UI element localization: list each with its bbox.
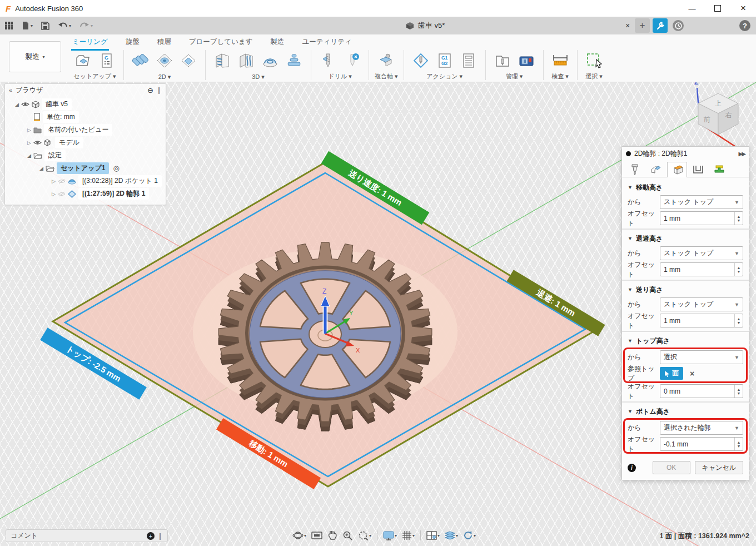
group-setup-label[interactable]: セットアップ ▾ xyxy=(73,72,116,81)
feed-offset-input[interactable]: 1 mm▲▼ xyxy=(660,314,743,327)
section-feed-height-title[interactable]: ▼送り高さ xyxy=(628,283,743,296)
tab-utilities[interactable]: ユーティリティ xyxy=(301,36,353,51)
tab-linking[interactable] xyxy=(709,161,729,177)
machine-library-icon[interactable] xyxy=(515,49,538,72)
expander-collapsed-icon[interactable]: ▷ xyxy=(25,140,33,146)
simulate-icon[interactable] xyxy=(410,49,432,72)
tool-library-icon[interactable] xyxy=(491,49,514,72)
browser-row-2d-pocket[interactable]: ▷ [(3:02:28)] 2D ポケット 1 xyxy=(5,175,166,187)
bottom-offset-input[interactable]: -0.1 mm▲▼ xyxy=(660,437,743,451)
measure-icon[interactable] xyxy=(549,49,571,72)
add-comment-icon[interactable]: + xyxy=(147,532,155,540)
browser-row-settings[interactable]: ◢ 設定 xyxy=(5,149,166,162)
expander-collapsed-icon[interactable]: ▷ xyxy=(49,191,58,197)
clearance-offset-input[interactable]: 1 mm▲▼ xyxy=(660,211,743,225)
help-button[interactable]: ? xyxy=(739,20,750,31)
3d-scallop-icon[interactable] xyxy=(259,49,281,72)
workspace-selector[interactable]: 製造▾ xyxy=(9,41,61,72)
zoom-window-button[interactable]: ▾ xyxy=(357,530,372,542)
top-from-select[interactable]: 選択▼ xyxy=(660,350,743,364)
spinner-arrows[interactable]: ▲▼ xyxy=(734,212,743,225)
reference-face-chip[interactable]: 面 xyxy=(660,367,683,380)
2d-pocket-icon[interactable] xyxy=(153,49,176,72)
3d-adaptive-icon[interactable] xyxy=(211,49,233,72)
tab-passes[interactable] xyxy=(688,161,708,177)
history-clock-button[interactable] xyxy=(673,20,684,31)
bottom-from-select[interactable]: 選択された輪郭▼ xyxy=(660,421,743,435)
info-icon[interactable]: i xyxy=(628,464,636,472)
visibility-eye-icon[interactable] xyxy=(33,140,42,146)
save-button[interactable] xyxy=(41,22,49,30)
dialog-expand-icon[interactable]: ▶▶ xyxy=(739,151,745,157)
group-3d-label[interactable]: 3D ▾ xyxy=(252,73,265,81)
tab-turning[interactable]: 旋盤 xyxy=(125,36,141,51)
3d-spiral-icon[interactable] xyxy=(283,49,305,72)
select-icon[interactable] xyxy=(583,49,605,72)
expander-expanded-icon[interactable]: ◢ xyxy=(37,166,46,171)
app-grid-icon[interactable] xyxy=(4,21,13,30)
multiaxis-icon[interactable] xyxy=(375,49,397,72)
clearance-from-select[interactable]: ストック トップ▼ xyxy=(660,195,743,209)
ok-button[interactable]: OK xyxy=(653,461,690,474)
tab-fabrication[interactable]: 製造 xyxy=(270,36,286,51)
setup-active-target-icon[interactable]: ◎ xyxy=(113,164,119,172)
drill-icon[interactable] xyxy=(317,49,339,72)
document-tab-close[interactable]: × xyxy=(619,17,636,34)
undo-button[interactable]: ▾ xyxy=(58,22,71,29)
browser-row-model[interactable]: ▷ モデル xyxy=(5,136,166,149)
spinner-arrows[interactable]: ▲▼ xyxy=(734,438,743,450)
retract-from-select[interactable]: ストック トップ▼ xyxy=(660,246,743,260)
pan-button[interactable] xyxy=(326,530,339,541)
grid-snaps-button[interactable]: ▾ xyxy=(401,530,416,541)
display-settings-button[interactable]: ▾ xyxy=(382,530,398,541)
group-inspect-label[interactable]: 検査 ▾ xyxy=(551,72,569,81)
post-process-icon[interactable]: G1G2 xyxy=(434,49,456,72)
visibility-eye-icon[interactable] xyxy=(21,101,29,107)
group-manage-label[interactable]: 管理 ▾ xyxy=(506,72,523,81)
spinner-arrows[interactable]: ▲▼ xyxy=(734,263,743,276)
browser-row-setup1[interactable]: ◢ セットアップ1 ◎ xyxy=(5,162,166,175)
viewports-button[interactable]: ▾ xyxy=(425,530,441,540)
redo-button[interactable]: ▾ xyxy=(79,22,93,29)
zoom-button[interactable] xyxy=(341,530,354,542)
comment-resize-handle[interactable]: ❙ xyxy=(157,532,163,540)
feed-from-select[interactable]: ストック トップ▼ xyxy=(660,297,743,311)
browser-minimize-icon[interactable]: ⊖ xyxy=(147,86,153,95)
section-bottom-height-title[interactable]: ▼ボトム高さ xyxy=(628,405,743,418)
tab-additive[interactable]: 積層 xyxy=(156,36,172,51)
new-tab-button[interactable]: + xyxy=(635,18,650,33)
tab-tool[interactable] xyxy=(625,161,645,177)
expander-expanded-icon[interactable]: ◢ xyxy=(13,102,21,107)
visibility-eye-off-icon[interactable] xyxy=(58,178,66,184)
spinner-arrows[interactable]: ▲▼ xyxy=(734,385,743,398)
browser-row-2d-contour[interactable]: ▷ [(1:27:59)] 2D 輪郭 1 xyxy=(5,187,166,200)
new-setup-icon[interactable] xyxy=(72,49,94,72)
tab-probing[interactable]: プローブしています xyxy=(188,36,254,51)
visual-layers-button[interactable]: ▾ xyxy=(444,530,459,540)
group-select-label[interactable]: 選択 ▾ xyxy=(585,72,603,81)
3d-pocket-icon[interactable] xyxy=(235,49,257,72)
tab-milling[interactable]: ミーリング xyxy=(71,36,109,51)
top-offset-input[interactable]: 0 mm▲▼ xyxy=(660,384,743,398)
visibility-eye-off-icon[interactable] xyxy=(58,191,66,197)
section-retract-height-title[interactable]: ▼退避高さ xyxy=(628,232,743,245)
group-drill-label[interactable]: ドリル ▾ xyxy=(328,72,351,81)
cancel-button[interactable]: キャンセル xyxy=(695,461,743,474)
comment-bar[interactable]: コメント + ❙ xyxy=(6,529,168,542)
section-clearance-height-title[interactable]: ▼移動高さ xyxy=(628,181,743,194)
maximize-button[interactable] xyxy=(705,0,730,17)
browser-row-document[interactable]: ◢ 歯車 v5 xyxy=(5,98,166,111)
close-button[interactable]: × xyxy=(730,0,756,17)
group-multiaxis-label[interactable]: 複合軸 ▾ xyxy=(375,72,398,81)
2d-adaptive-icon[interactable] xyxy=(130,49,152,72)
spinner-arrows[interactable]: ▲▼ xyxy=(734,314,743,327)
tap-icon[interactable] xyxy=(341,49,363,72)
setup-sheet-icon[interactable] xyxy=(457,49,480,72)
browser-row-named-views[interactable]: ▷ 名前の付いたビュー xyxy=(5,123,166,136)
look-at-button[interactable] xyxy=(310,530,324,540)
group-action-label[interactable]: アクション ▾ xyxy=(426,72,462,81)
expander-expanded-icon[interactable]: ◢ xyxy=(25,153,33,158)
expander-collapsed-icon[interactable]: ▷ xyxy=(25,127,33,133)
tab-heights[interactable] xyxy=(667,162,687,177)
browser-resize-handle[interactable]: ❙ xyxy=(156,86,162,94)
